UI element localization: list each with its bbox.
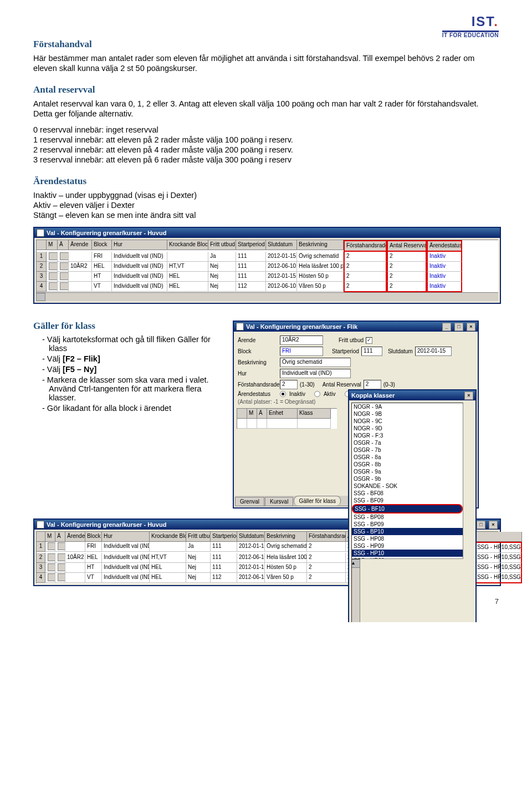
logo-tagline: IT FOR EDUCATION [442,32,499,38]
para-forstahandval: Här bestämmer man antalet rader som elev… [33,53,499,73]
popup-koppla-klasser: Koppla klasser× NOGR - 9ANOGR - 9BNOGR -… [348,389,477,622]
label-besk: Beskrivning [238,359,278,365]
label-hur: Hur [238,370,278,377]
tab-grenval[interactable]: Grenval [235,497,264,506]
field-block[interactable]: FRI [280,347,323,356]
subgrid-enhet-klass[interactable]: MÄEnhetKlass [237,408,337,429]
list-item: Gör likadant för alla block i ärendet [42,404,222,413]
arendestatus-lines: Inaktiv – under uppbyggnad (visas ej i D… [33,190,499,220]
close-button[interactable]: × [464,392,473,400]
close-button[interactable]: × [467,323,475,331]
label-arr: Antal Reservval [323,382,361,388]
field-start[interactable]: 111 [361,347,382,356]
window-title: Val - Konfigurering grenar/kurser - Huvu… [47,521,166,528]
heading-forstahandval: Förstahandval [33,39,499,50]
label-fritt: Fritt utbud [339,337,364,343]
label-block: Block [238,348,278,354]
heading-antal-reservval: Antal reservval [33,84,499,95]
checkbox-fritt[interactable]: ✓ [366,337,372,344]
logo-text: IST [472,14,494,29]
window-title: Val - Konfigurering grenar/kurser - Huvu… [47,230,166,236]
label-fhr: Förstahandsrader [238,382,278,388]
heading-arendestatus: Ärendestatus [33,176,499,187]
window-icon [236,323,244,331]
tab-galler-for-klass[interactable]: Gäller för klass [294,496,341,506]
titlebar-flik: Val - Konfigurering grenar/kurser - Flik… [234,322,478,332]
data-grid-1[interactable]: MÄÄrendeBlockHurKrockande BlockFritt utb… [36,240,498,292]
field-hur[interactable]: Individuellt val (IND) [280,369,351,378]
window-flik: Val - Konfigurering grenar/kurser - Flik… [233,321,479,509]
titlebar-1: Val - Konfigurering grenar/kurser - Huvu… [34,228,500,238]
para-reservval-intro: Antalet reservval kan vara 0, 1, 2 eller… [33,99,499,119]
window-title: Val - Konfigurering grenar/kurser - Flik [246,323,357,330]
hscrollbar[interactable] [36,292,498,301]
klass-listbox[interactable]: NOGR - 9ANOGR - 9BNOGR - 9CNOGR - 9DNOGR… [351,403,463,559]
window-icon [37,229,44,237]
list-item: Välj [F2 – Flik] [42,354,222,363]
reservval-lines: 0 reservval innebär: inget reservval 1 r… [33,125,499,165]
tab-kursval[interactable]: Kursval [265,497,293,506]
logo: IST. IT FOR EDUCATION [442,14,499,38]
window-icon [37,521,44,528]
minimize-button[interactable]: _ [442,323,451,331]
radio-aktiv[interactable] [314,391,320,397]
window-huvud-1: Val - Konfigurering grenar/kurser - Huvu… [33,227,501,304]
popup-title: Koppla klasser [351,392,395,399]
heading-galler-for-klass: Gäller för klass [33,321,222,332]
field-slut[interactable]: 2012-01-15 [415,347,452,356]
list-item: Markera de klasser som ska vara med i va… [42,375,222,402]
radio-inaktiv[interactable] [280,391,286,397]
label-status: Ärendestatus [238,391,278,397]
close-button[interactable]: × [489,521,498,529]
maximize-button[interactable]: □ [477,521,485,529]
popup-titlebar: Koppla klasser× [349,390,475,400]
field-arende: 10ÅR2 [280,335,323,345]
label-antal-hint: (Antal platser: -1 = Obegränsat) [238,399,315,405]
label-arende: Ärende [238,337,278,343]
label-start: Startperiod [332,348,359,354]
list-item: Välj [F5 – Ny] [42,365,222,374]
field-fhr[interactable]: 2 [280,380,298,389]
label-slut: Slutdatum [388,348,413,354]
list-item: Välj kartoteksformat och gå till fliken … [42,335,222,353]
maximize-button[interactable]: □ [454,323,463,331]
field-arr[interactable]: 2 [364,380,381,389]
field-besk[interactable]: Övrig schematid [280,358,351,367]
steps-list: Välj kartoteksformat och gå till fliken … [33,335,222,413]
vscrollbar[interactable]: ▴ [351,559,360,622]
